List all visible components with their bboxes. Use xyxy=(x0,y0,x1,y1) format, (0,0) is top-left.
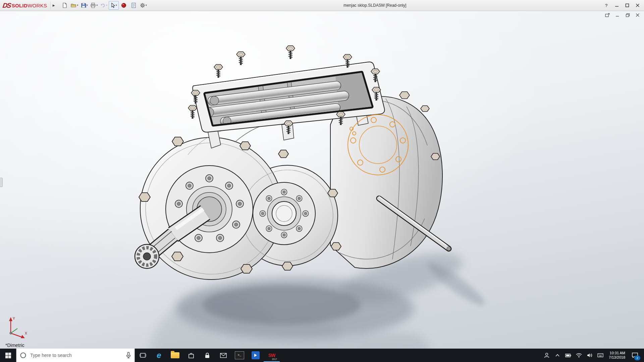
sw-year-text: 2017 xyxy=(272,358,277,360)
brand-text-light: WORKS xyxy=(28,3,47,8)
solidworks-app-icon: SW 2017 xyxy=(267,350,277,360)
doc-close-button[interactable] xyxy=(635,12,641,18)
panel-splitter-handle[interactable] xyxy=(0,178,3,187)
undo-button[interactable]: ▾ xyxy=(99,1,108,9)
clock-time: 10:31 AM xyxy=(609,351,625,355)
maximize-button[interactable] xyxy=(623,1,632,9)
microphone-icon[interactable] xyxy=(126,352,131,359)
mail-button[interactable] xyxy=(215,349,231,362)
report-list-icon xyxy=(131,3,136,8)
command-prompt-icon: >_ xyxy=(235,351,244,359)
media-app-button[interactable] xyxy=(248,349,264,362)
file-explorer-button[interactable] xyxy=(167,349,183,362)
solidworks-logo: DS SOLIDWORKS xyxy=(0,2,48,9)
start-button[interactable] xyxy=(0,349,16,362)
open-folder-icon xyxy=(71,3,76,8)
close-button[interactable] xyxy=(633,1,642,9)
windows-taskbar: e >_ xyxy=(0,349,644,362)
windows-logo-icon xyxy=(5,353,11,358)
maximize-icon xyxy=(625,3,629,7)
doc-float-button[interactable] xyxy=(604,12,610,18)
red-sphere-icon xyxy=(121,3,126,8)
notification-badge: 2 xyxy=(634,356,640,360)
document-title: menjac sklop.SLDASM [Read-only] xyxy=(148,3,602,8)
doc-minimize-button[interactable] xyxy=(614,12,621,18)
edge-button[interactable]: e xyxy=(151,349,167,362)
orientation-triad: Y X xyxy=(3,312,31,341)
battery-button[interactable] xyxy=(563,349,574,362)
keyboard-icon xyxy=(597,353,603,357)
minimize-icon xyxy=(615,3,619,7)
printer-icon xyxy=(90,3,96,8)
options-dropdown-arrow[interactable]: ▾ xyxy=(146,4,147,7)
new-document-button[interactable] xyxy=(60,1,69,9)
quick-access-toolbar: ▾ ▾ ▾ ▾ ▾ xyxy=(60,1,148,10)
select-dropdown-arrow[interactable]: ▾ xyxy=(116,4,117,7)
open-dropdown-arrow[interactable]: ▾ xyxy=(77,4,78,7)
doc-float-icon xyxy=(605,13,610,17)
undo-dropdown-arrow[interactable]: ▾ xyxy=(106,4,107,7)
mail-envelope-icon xyxy=(220,353,227,358)
security-app-button[interactable] xyxy=(199,349,215,362)
doc-restore-icon xyxy=(626,13,630,17)
realview-sphere-button[interactable] xyxy=(119,1,128,9)
gearbox-assembly[interactable] xyxy=(135,46,451,280)
battery-icon xyxy=(565,354,571,357)
command-prompt-button[interactable]: >_ xyxy=(231,349,248,362)
edge-icon: e xyxy=(157,351,161,359)
print-dropdown-arrow[interactable]: ▾ xyxy=(96,4,98,7)
tray-overflow-button[interactable] xyxy=(552,349,563,362)
brand-text-bold: SOLID xyxy=(12,3,28,8)
doc-close-icon xyxy=(636,13,640,17)
graphics-viewport[interactable]: Y X *Dimetric xyxy=(0,11,644,349)
action-center-button[interactable]: 2 xyxy=(628,349,642,362)
people-icon xyxy=(544,353,550,358)
people-button[interactable] xyxy=(541,349,552,362)
system-tray: 10:31 AM 7/13/2018 2 xyxy=(541,349,644,362)
document-window-controls xyxy=(604,12,641,18)
doc-restore-button[interactable] xyxy=(625,12,631,18)
save-floppy-icon xyxy=(81,3,86,8)
speaker-icon xyxy=(587,353,593,358)
taskbar-search[interactable] xyxy=(16,349,135,362)
menu-flyout-button[interactable]: ▶ xyxy=(50,2,57,9)
task-view-icon xyxy=(140,353,146,358)
open-button[interactable]: ▾ xyxy=(70,1,79,9)
window-controls: ? xyxy=(602,1,644,9)
file-explorer-icon xyxy=(171,352,179,358)
store-bag-icon xyxy=(188,352,195,359)
new-document-icon xyxy=(62,3,67,8)
options-button[interactable]: ▾ xyxy=(139,1,148,9)
gear-icon xyxy=(140,3,145,8)
search-input[interactable] xyxy=(30,352,123,358)
taskbar-clock[interactable]: 10:31 AM 7/13/2018 xyxy=(606,351,628,360)
network-button[interactable] xyxy=(574,349,584,362)
chevron-up-icon xyxy=(555,354,559,357)
select-cursor-icon xyxy=(111,3,115,8)
clock-date: 7/13/2018 xyxy=(609,355,625,360)
touch-keyboard-button[interactable] xyxy=(595,349,606,362)
ds-logo-icon: DS xyxy=(2,2,11,9)
volume-button[interactable] xyxy=(584,349,595,362)
design-report-button[interactable] xyxy=(129,1,138,9)
select-tool-button[interactable]: ▾ xyxy=(109,1,119,10)
media-app-icon xyxy=(252,351,260,359)
help-button[interactable]: ? xyxy=(602,1,611,9)
save-button[interactable]: ▾ xyxy=(79,1,89,9)
solidworks-window: DS SOLIDWORKS ▶ ▾ ▾ ▾ ▾ xyxy=(0,0,644,362)
solidworks-taskbar-button[interactable]: SW 2017 xyxy=(264,349,280,362)
secondary-flange xyxy=(253,182,315,245)
save-dropdown-arrow[interactable]: ▾ xyxy=(87,4,88,7)
task-view-button[interactable] xyxy=(135,349,151,362)
print-button[interactable]: ▾ xyxy=(89,1,99,9)
sw-logo-text: SW xyxy=(268,353,275,358)
undo-arrow-icon xyxy=(100,3,106,8)
minimize-button[interactable] xyxy=(612,1,621,9)
rear-cylinder-housing xyxy=(330,92,442,268)
triad-y-label: Y xyxy=(13,317,15,320)
close-icon xyxy=(636,3,640,7)
view-orientation-label: *Dimetric xyxy=(5,343,24,348)
3d-model-canvas[interactable] xyxy=(0,11,644,349)
store-button[interactable] xyxy=(183,349,199,362)
triad-x-label: X xyxy=(25,331,27,335)
